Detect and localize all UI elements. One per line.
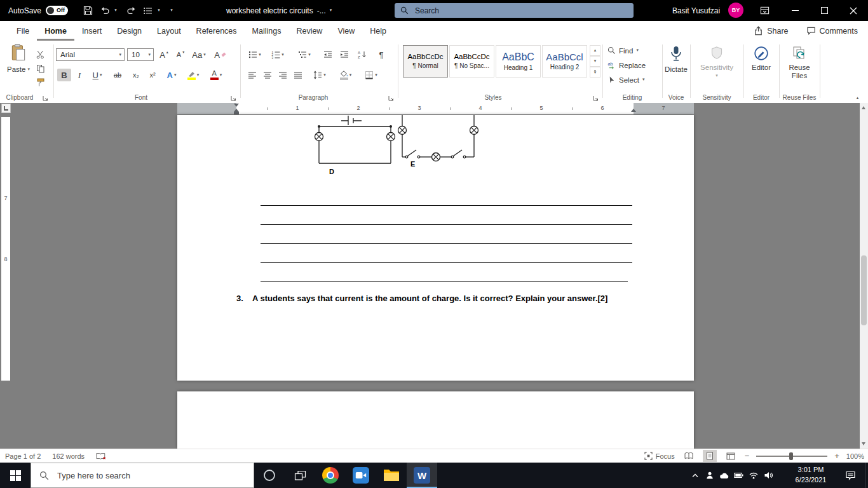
styles-scroll-up-button[interactable]: ▴ [590, 45, 600, 56]
search-input[interactable] [414, 6, 607, 16]
undo-button[interactable] [98, 0, 112, 21]
styles-more-button[interactable]: ▾ [590, 67, 600, 78]
file-explorer-taskbar-button[interactable] [376, 463, 407, 488]
taskbar-search-input[interactable] [56, 470, 236, 481]
scroll-up-arrow[interactable] [862, 106, 865, 109]
right-indent-marker[interactable] [631, 109, 636, 112]
print-layout-button[interactable] [703, 450, 717, 462]
change-case-button[interactable]: Aa ▾ [189, 48, 208, 61]
list-menu-chevron[interactable]: ▾ [155, 0, 163, 21]
tray-people-button[interactable] [702, 463, 717, 488]
increase-indent-button[interactable] [337, 48, 352, 61]
dictate-button[interactable]: Dictate [663, 46, 689, 73]
video-app-taskbar-button[interactable] [346, 463, 376, 488]
tray-wifi-button[interactable] [746, 463, 761, 488]
zoom-in-button[interactable]: + [834, 451, 839, 461]
font-dialog-launcher[interactable] [230, 95, 237, 102]
show-formatting-marks-button[interactable]: ¶ [374, 48, 389, 61]
focus-button[interactable]: Focus [644, 452, 675, 460]
collapse-ribbon-button[interactable]: ▴ [854, 95, 861, 102]
tab-mailings[interactable]: Mailings [245, 21, 289, 41]
align-center-button[interactable] [261, 69, 275, 81]
decrease-indent-button[interactable] [320, 48, 336, 61]
word-taskbar-button[interactable]: W [407, 463, 437, 488]
account-name-area[interactable]: Basit Yusufzai [672, 0, 720, 21]
zoom-slider-thumb[interactable] [789, 452, 793, 460]
clipboard-dialog-launcher[interactable] [42, 95, 49, 102]
font-name-combo[interactable]: Arial ▾ [56, 48, 125, 61]
taskbar-clock[interactable]: 3:01 PM 6/23/2021 [788, 464, 834, 485]
tab-view[interactable]: View [330, 21, 362, 41]
document-page-1[interactable]: D E 3. A students says that current is t… [177, 115, 694, 381]
word-count[interactable]: 162 words [52, 452, 85, 460]
font-color-button[interactable]: A ▾ [206, 69, 226, 81]
search-bar[interactable] [395, 3, 634, 18]
find-button[interactable]: Find ▾ [607, 46, 639, 55]
copy-button[interactable] [33, 62, 48, 75]
show-desktop-button[interactable] [865, 463, 868, 488]
tray-show-hidden-icons-button[interactable] [688, 463, 702, 488]
tab-stop-selector[interactable] [1, 104, 11, 113]
shading-button[interactable]: ▾ [336, 69, 356, 81]
tray-battery-button[interactable] [731, 463, 746, 488]
replace-button[interactable]: ab Replace [607, 61, 646, 69]
justify-button[interactable] [291, 69, 305, 81]
bold-button[interactable]: B [57, 69, 71, 81]
zoom-slider[interactable] [756, 456, 827, 457]
zoom-level[interactable]: 100% [846, 452, 864, 460]
minimize-button[interactable] [780, 0, 810, 21]
tab-home[interactable]: Home [37, 21, 74, 41]
sensitivity-button[interactable]: Sensitivity ▾ [698, 46, 736, 78]
autosave-toggle[interactable]: Off [46, 6, 68, 15]
style-no-spacing[interactable]: AaBbCcDc ¶ No Spac... [449, 45, 494, 78]
style-normal[interactable]: AaBbCcDc ¶ Normal [403, 45, 448, 78]
scrollbar-thumb[interactable] [861, 255, 867, 325]
tab-review[interactable]: Review [288, 21, 330, 41]
styles-scroll-down-button[interactable]: ▾ [590, 56, 600, 67]
subscript-button[interactable]: x₂ [128, 69, 144, 81]
vertical-scrollbar[interactable] [860, 103, 868, 449]
underline-button[interactable]: U ▾ [88, 69, 107, 81]
save-button[interactable] [79, 0, 97, 21]
proofing-status-icon[interactable] [96, 452, 106, 461]
styles-dialog-launcher[interactable] [592, 95, 599, 102]
shrink-font-button[interactable]: A ▾ [173, 48, 188, 61]
clear-formatting-button[interactable]: A [212, 48, 227, 61]
tray-onedrive-button[interactable] [717, 463, 731, 488]
action-center-button[interactable] [839, 463, 862, 488]
superscript-button[interactable]: x² [145, 69, 160, 81]
hanging-indent-marker[interactable] [234, 109, 239, 114]
cut-button[interactable] [33, 48, 48, 61]
style-heading-1[interactable]: AaBbC Heading 1 [496, 45, 541, 78]
taskbar-search-box[interactable] [31, 463, 254, 488]
maximize-button[interactable] [810, 0, 839, 21]
paste-button[interactable]: Paste▾ [5, 44, 32, 73]
select-button[interactable]: Select ▾ [607, 76, 644, 84]
start-button[interactable] [0, 463, 31, 488]
page-indicator[interactable]: Page 1 of 2 [5, 452, 41, 460]
customize-quick-access-button[interactable]: ▾ [166, 0, 177, 21]
redo-button[interactable] [123, 0, 139, 21]
font-size-combo[interactable]: 10 ▾ [127, 48, 154, 61]
cortana-button[interactable] [254, 463, 285, 488]
style-heading-2[interactable]: AaBbCcl Heading 2 [542, 45, 587, 78]
close-button[interactable] [839, 0, 868, 21]
paragraph-dialog-launcher[interactable] [388, 95, 395, 102]
tab-insert[interactable]: Insert [74, 21, 109, 41]
web-layout-button[interactable] [724, 450, 738, 462]
reuse-files-button[interactable]: Reuse Files [784, 46, 815, 80]
italic-button[interactable]: I [72, 69, 86, 81]
zoom-out-button[interactable]: − [745, 451, 750, 461]
grow-font-button[interactable]: A ▴ [156, 48, 172, 61]
sort-button[interactable]: AZ [355, 48, 370, 61]
numbering-button[interactable]: 123 ▾ [268, 48, 287, 61]
read-mode-button[interactable] [682, 450, 696, 462]
editor-button[interactable]: Editor [747, 46, 775, 71]
avatar[interactable]: BY [728, 3, 743, 18]
tab-help[interactable]: Help [362, 21, 394, 41]
document-title-area[interactable]: worksheet electric circuits -... ▾ [226, 0, 332, 21]
document-page-2[interactable] [177, 391, 694, 449]
highlight-color-button[interactable]: ▾ [183, 69, 203, 81]
comments-button[interactable]: Comments [806, 26, 858, 36]
borders-button[interactable]: ▾ [361, 69, 381, 81]
